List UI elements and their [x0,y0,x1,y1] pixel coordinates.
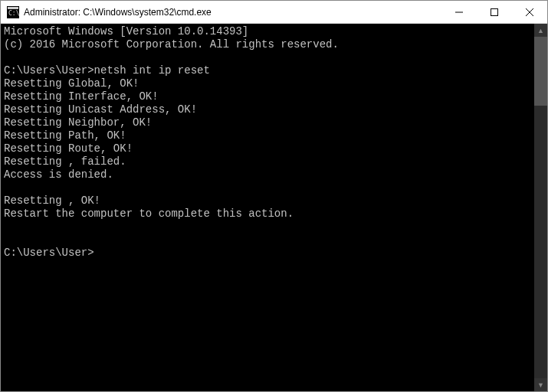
output-line [4,234,531,247]
scroll-thumb[interactable] [534,37,547,106]
output-line [4,220,531,234]
minimize-button[interactable] [441,1,477,23]
terminal-area: Microsoft Windows [Version 10.0.14393](c… [1,24,547,391]
output-line [4,181,531,194]
window-controls [441,1,547,23]
output-line: Resetting Interface, OK! [4,90,531,103]
output-line: Resetting Global, OK! [4,77,531,90]
chevron-down-icon: ▼ [537,381,544,389]
output-line: (c) 2016 Microsoft Corporation. All righ… [4,38,531,51]
terminal-output[interactable]: Microsoft Windows [Version 10.0.14393](c… [1,24,534,391]
scroll-down-button[interactable]: ▼ [534,378,547,391]
output-line: Resetting , OK! [4,194,531,207]
output-line: Resetting Neighbor, OK! [4,116,531,129]
output-line: Resetting Path, OK! [4,129,531,142]
output-line: Resetting Route, OK! [4,142,531,155]
output-line: Access is denied. [4,168,531,181]
prompt-line: C:\Users\User>netsh int ip reset [4,64,531,77]
output-line: Microsoft Windows [Version 10.0.14393] [4,25,531,38]
minimize-icon [455,8,463,16]
close-icon [526,8,533,16]
maximize-icon [491,8,498,16]
output-line [4,51,531,64]
svg-rect-1 [8,7,18,9]
cmd-icon: C:\ [7,6,19,18]
prompt-text: C:\Users\User> [4,247,94,259]
prompt-line: C:\Users\User> [4,247,531,260]
output-line: Restart the computer to complete this ac… [4,207,531,220]
window-title: Administrator: C:\Windows\system32\cmd.e… [24,7,441,18]
output-line: Resetting Unicast Address, OK! [4,103,531,116]
output-line: Resetting , failed. [4,155,531,168]
scroll-up-button[interactable]: ▲ [534,24,547,37]
maximize-button[interactable] [477,1,512,23]
close-button[interactable] [512,1,547,23]
svg-rect-4 [491,8,498,15]
svg-text:C:\: C:\ [8,10,19,17]
titlebar[interactable]: C:\ Administrator: C:\Windows\system32\c… [1,1,547,24]
scrollbar[interactable]: ▲ ▼ [534,24,547,391]
chevron-up-icon: ▲ [537,27,544,34]
